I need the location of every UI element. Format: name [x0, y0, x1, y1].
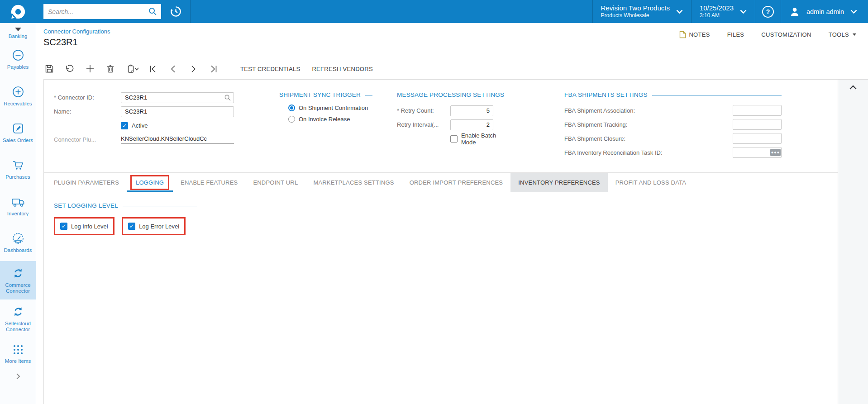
- enable-batch-mode-checkbox[interactable]: [450, 135, 458, 143]
- annotation-red-box: LOGGING: [130, 175, 169, 190]
- log-error-level-checkbox[interactable]: [128, 223, 135, 230]
- search-input[interactable]: [48, 8, 148, 15]
- fba-closure-input[interactable]: [733, 133, 782, 144]
- notes-button[interactable]: NOTES: [679, 31, 710, 38]
- cancel-undo-button[interactable]: [64, 63, 75, 75]
- connector-id-input[interactable]: [121, 92, 234, 103]
- sidebar-item-banking[interactable]: Banking: [0, 23, 36, 41]
- sidebar-item-inventory[interactable]: Inventory: [0, 188, 36, 224]
- sidebar-item-sales-orders[interactable]: Sales Orders: [0, 114, 36, 151]
- search-icon[interactable]: [148, 7, 157, 16]
- save-icon: [45, 64, 54, 73]
- tab-endpoint-url[interactable]: ENDPOINT URL: [245, 173, 305, 192]
- tab-plugin-parameters[interactable]: PLUGIN PARAMETERS: [46, 173, 127, 192]
- sidebar-item-label: Sellercloud Connector: [0, 321, 36, 333]
- ellipsis-button[interactable]: ●●●: [770, 149, 781, 156]
- company-selector[interactable]: Revision Two Products Products Wholesale: [593, 0, 691, 23]
- plus-circle-icon: [11, 85, 25, 99]
- log-error-level-label: Log Error Level: [139, 223, 179, 230]
- business-time: 3:10 AM: [700, 12, 734, 19]
- user-menu[interactable]: admin admin: [781, 0, 868, 23]
- refresh-vendors-button[interactable]: REFRESH VENDORS: [312, 66, 373, 72]
- page-title: SC23R1: [43, 37, 868, 48]
- fba-tracking-input[interactable]: [733, 119, 782, 130]
- chevron-down-icon: [134, 67, 139, 71]
- bank-icon: [15, 28, 21, 31]
- fba-closure-label: FBA Shipment Closure:: [564, 135, 733, 142]
- logging-tab-content: SET LOGGING LEVEL Log Info Level Log Err…: [44, 192, 838, 235]
- trash-icon: [106, 64, 115, 73]
- sidebar-item-label: Commerce Connector: [0, 282, 36, 294]
- enable-batch-mode-label: Enable Batch Mode: [461, 132, 510, 146]
- connector-plugin-value[interactable]: KNSellerCloud.KNSellerCloudCc: [121, 135, 234, 144]
- name-input[interactable]: [121, 106, 234, 117]
- save-button[interactable]: [43, 63, 55, 75]
- clipboard-menu-button[interactable]: [134, 63, 140, 75]
- tab-profit-and-loss-data[interactable]: PROFIT AND LOSS DATA: [608, 173, 694, 192]
- sidebar-expand-button[interactable]: [0, 370, 36, 383]
- enable-batch-mode-row: Enable Batch Mode: [450, 133, 510, 145]
- form-panel: * Connector ID: Name:: [43, 79, 838, 404]
- sync-icon: [11, 305, 25, 318]
- global-search: [43, 4, 161, 19]
- go-next-button[interactable]: [188, 63, 199, 75]
- radio-on-shipment-confirmation[interactable]: On Shipment Confirmation: [288, 105, 388, 111]
- user-icon: [789, 6, 800, 17]
- acumatica-logo-icon: [10, 3, 27, 20]
- files-button[interactable]: FILES: [727, 31, 744, 38]
- retry-interval-input[interactable]: [450, 119, 493, 130]
- radio-on-invoice-release[interactable]: On Invoice Release: [288, 116, 388, 123]
- radio-icon[interactable]: [288, 116, 295, 123]
- tab-order-import-preferences[interactable]: ORDER IMPORT PREFERENCES: [402, 173, 511, 192]
- set-logging-level-header: SET LOGGING LEVEL: [54, 202, 838, 209]
- retry-count-input[interactable]: [450, 105, 493, 116]
- user-name: admin admin: [806, 8, 844, 15]
- help-button[interactable]: ?: [755, 0, 781, 23]
- sidebar-item-purchases[interactable]: Purchases: [0, 151, 36, 188]
- acumatica-logo[interactable]: [0, 0, 36, 23]
- add-new-button[interactable]: [84, 63, 95, 75]
- fba-tracking-label: FBA Shipment Tracking:: [564, 121, 733, 128]
- active-checkbox[interactable]: [121, 122, 128, 129]
- sidebar-item-sellercloud-connector[interactable]: Sellercloud Connector: [0, 299, 36, 338]
- page-header: Connector Configurations SC23R1 NOTES FI…: [36, 23, 868, 58]
- chevron-down-icon: [676, 10, 683, 14]
- sidebar-item-dashboards[interactable]: Dashboards: [0, 224, 36, 261]
- sidebar-item-label: Banking: [9, 33, 28, 39]
- sidebar-item-more-items[interactable]: More Items: [0, 338, 36, 370]
- log-info-level-checkbox[interactable]: [60, 223, 67, 230]
- grid-dots-icon: [12, 343, 24, 356]
- chevron-right-icon: [16, 373, 20, 380]
- go-first-button[interactable]: [147, 63, 158, 75]
- tab-enable-features[interactable]: ENABLE FEATURES: [173, 173, 245, 192]
- collapse-panel-chevron-up-icon[interactable]: [849, 85, 857, 90]
- customization-label: CUSTOMIZATION: [761, 31, 811, 38]
- business-date-selector[interactable]: 10/25/2023 3:10 AM: [692, 0, 755, 23]
- previous-record-icon: [169, 65, 177, 73]
- sidebar-item-commerce-connector[interactable]: Commerce Connector: [0, 261, 36, 299]
- sidebar-item-label: More Items: [5, 358, 31, 364]
- fba-shipments-header: FBA SHIPMENTS SETTINGS: [564, 91, 782, 98]
- tab-inventory-preferences[interactable]: INVENTORY PREFERENCES: [510, 173, 607, 192]
- undo-icon: [65, 64, 74, 74]
- tab-marketplaces-settings[interactable]: MARKETPLACES SETTINGS: [305, 173, 401, 192]
- truck-icon: [11, 195, 25, 209]
- tools-button[interactable]: TOOLS: [829, 31, 856, 38]
- customization-button[interactable]: CUSTOMIZATION: [761, 31, 811, 38]
- radio-icon[interactable]: [288, 105, 295, 111]
- lookup-magnifier-icon[interactable]: [224, 94, 231, 101]
- recent-history-button[interactable]: [161, 0, 190, 23]
- sidebar-item-label: Dashboards: [4, 247, 32, 253]
- go-last-button[interactable]: [208, 63, 219, 75]
- record-toolbar: TEST CREDENTIALS REFRESH VENDORS: [36, 58, 868, 79]
- side-rail: [838, 79, 868, 404]
- log-info-level-label: Log Info Level: [71, 223, 108, 230]
- tab-logging[interactable]: LOGGING: [127, 173, 173, 192]
- fba-association-input[interactable]: [733, 105, 782, 116]
- test-credentials-button[interactable]: TEST CREDENTIALS: [240, 66, 300, 72]
- sidebar-item-payables[interactable]: Payables: [0, 41, 36, 78]
- plus-icon: [86, 64, 95, 73]
- sidebar-item-receivables[interactable]: Receivables: [0, 78, 36, 114]
- go-previous-button[interactable]: [167, 63, 179, 75]
- delete-button[interactable]: [105, 63, 116, 75]
